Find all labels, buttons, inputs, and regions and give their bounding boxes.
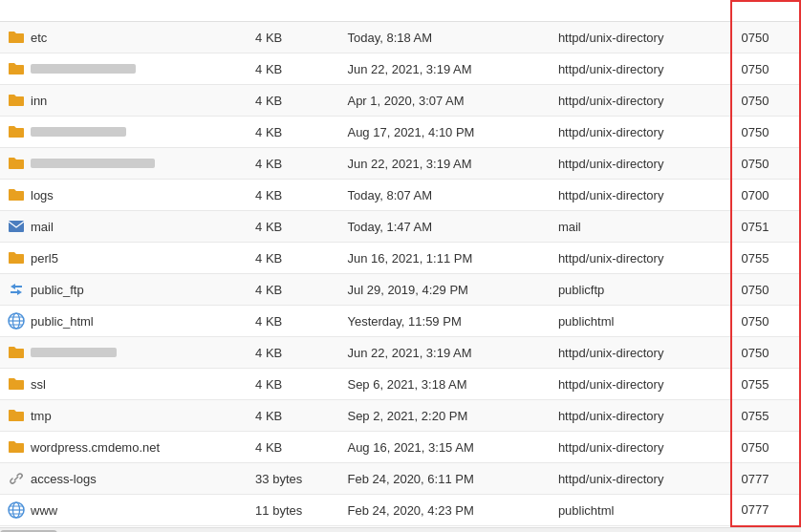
folder-icon (8, 344, 25, 361)
file-name-label: www (31, 503, 57, 518)
file-name-cell[interactable]: www (0, 495, 248, 526)
file-permissions-cell[interactable]: 0750 (731, 22, 800, 53)
file-name-label: access-logs (31, 472, 97, 486)
file-name-cell[interactable] (0, 337, 248, 369)
table-row: perl54 KBJun 16, 2021, 1:11 PMhttpd/unix… (0, 243, 800, 274)
file-modified-cell: Today, 1:47 AM (339, 211, 550, 243)
col-header-last-modified[interactable] (339, 1, 550, 22)
file-name-label: wordpress.cmdemo.net (31, 440, 160, 455)
file-name-cell[interactable]: ssl (0, 369, 248, 400)
file-type-cell: httpd/unix-directory (551, 117, 731, 148)
file-name-cell[interactable]: perl5 (0, 243, 248, 274)
file-modified-cell: Jun 22, 2021, 3:19 AM (339, 337, 550, 369)
file-permissions-cell[interactable]: 0751 (731, 211, 800, 243)
blurred-name (31, 127, 126, 137)
horizontal-scrollbar[interactable] (0, 527, 801, 533)
file-permissions-cell[interactable]: 0750 (731, 148, 800, 180)
file-size-cell: 4 KB (248, 148, 339, 180)
file-name-label: perl5 (31, 251, 58, 266)
file-size-cell: 4 KB (248, 117, 339, 148)
file-name-cell[interactable]: etc (0, 22, 248, 53)
blurred-name (31, 159, 155, 168)
table-row: www11 bytesFeb 24, 2020, 4:23 PMpublicht… (0, 495, 800, 526)
file-size-cell: 4 KB (248, 274, 339, 306)
folder-icon (8, 155, 25, 172)
file-size-cell: 33 bytes (248, 463, 339, 495)
file-name-cell[interactable]: inn (0, 85, 248, 117)
file-name-cell[interactable] (0, 117, 248, 148)
file-size-cell: 4 KB (248, 432, 339, 463)
table-row: etc4 KBToday, 8:18 AMhttpd/unix-director… (0, 22, 800, 53)
mail-icon (8, 218, 25, 235)
file-manager-table: etc4 KBToday, 8:18 AMhttpd/unix-director… (0, 0, 801, 532)
file-modified-cell: Sep 2, 2021, 2:20 PM (339, 400, 550, 432)
file-permissions-cell[interactable]: 0750 (731, 117, 800, 148)
file-name-label: etc (31, 31, 47, 45)
file-permissions-cell[interactable]: 0750 (731, 306, 800, 337)
file-permissions-cell[interactable]: 0755 (731, 243, 800, 274)
file-name-cell[interactable] (0, 53, 248, 85)
folder-icon (8, 407, 25, 424)
col-header-name[interactable] (0, 1, 248, 22)
file-permissions-cell[interactable]: 0700 (731, 180, 800, 211)
file-modified-cell: Aug 17, 2021, 4:10 PM (339, 117, 550, 148)
file-modified-cell: Jun 22, 2021, 3:19 AM (339, 148, 550, 180)
file-name-cell[interactable]: access-logs (0, 463, 248, 495)
file-type-cell: httpd/unix-directory (551, 463, 731, 495)
file-type-cell: publichtml (551, 306, 731, 337)
file-permissions-cell[interactable]: 0777 (731, 463, 800, 495)
file-name-cell[interactable]: mail (0, 211, 248, 243)
file-permissions-cell[interactable]: 0750 (731, 432, 800, 463)
file-size-cell: 11 bytes (248, 495, 339, 526)
table-row: tmp4 KBSep 2, 2021, 2:20 PMhttpd/unix-di… (0, 400, 800, 432)
file-permissions-cell[interactable]: 0755 (731, 400, 800, 432)
file-type-cell: httpd/unix-directory (551, 22, 731, 53)
transfer-icon (8, 281, 25, 298)
file-name-cell[interactable]: logs (0, 180, 248, 211)
file-type-cell: httpd/unix-directory (551, 432, 731, 463)
file-permissions-cell[interactable]: 0777 (731, 495, 800, 526)
file-size-cell: 4 KB (248, 85, 339, 117)
table-row: 4 KBJun 22, 2021, 3:19 AMhttpd/unix-dire… (0, 148, 800, 180)
col-header-size[interactable] (248, 1, 339, 22)
file-name-label: logs (31, 188, 54, 202)
folder-icon (8, 123, 25, 140)
file-permissions-cell[interactable]: 0750 (731, 337, 800, 369)
file-name-cell[interactable]: tmp (0, 400, 248, 432)
folder-icon (8, 249, 25, 266)
file-size-cell: 4 KB (248, 306, 339, 337)
file-type-cell: publichtml (551, 495, 731, 526)
file-type-cell: httpd/unix-directory (551, 148, 731, 180)
col-header-permissions[interactable] (731, 1, 800, 22)
file-permissions-cell[interactable]: 0750 (731, 53, 800, 85)
file-type-cell: httpd/unix-directory (551, 53, 731, 85)
file-modified-cell: Feb 24, 2020, 4:23 PM (339, 495, 550, 526)
file-name-cell[interactable]: public_html (0, 306, 248, 337)
file-type-cell: httpd/unix-directory (551, 243, 731, 274)
file-size-cell: 4 KB (248, 22, 339, 53)
table-row: 4 KBJun 22, 2021, 3:19 AMhttpd/unix-dire… (0, 337, 800, 369)
folder-icon (8, 186, 25, 203)
file-name-cell[interactable] (0, 148, 248, 180)
file-modified-cell: Today, 8:18 AM (339, 22, 550, 53)
table-row: 4 KBAug 17, 2021, 4:10 PMhttpd/unix-dire… (0, 117, 800, 148)
file-name-cell[interactable]: wordpress.cmdemo.net (0, 432, 248, 463)
svg-rect-0 (9, 221, 24, 232)
file-size-cell: 4 KB (248, 53, 339, 85)
file-size-cell: 4 KB (248, 400, 339, 432)
folder-icon (8, 92, 25, 109)
file-name-label: inn (31, 94, 47, 108)
file-permissions-cell[interactable]: 0750 (731, 85, 800, 117)
col-header-type[interactable] (551, 1, 731, 22)
folder-icon (8, 375, 25, 393)
file-permissions-cell[interactable]: 0755 (731, 369, 800, 400)
table-row: public_ftp4 KBJul 29, 2019, 4:29 PMpubli… (0, 274, 800, 306)
file-modified-cell: Today, 8:07 AM (339, 180, 550, 211)
blurred-name (31, 348, 117, 357)
table-row: access-logs33 bytesFeb 24, 2020, 6:11 PM… (0, 463, 800, 495)
file-size-cell: 4 KB (248, 337, 339, 369)
file-modified-cell: Jun 22, 2021, 3:19 AM (339, 53, 550, 85)
file-name-cell[interactable]: public_ftp (0, 274, 248, 306)
file-modified-cell: Jun 16, 2021, 1:11 PM (339, 243, 550, 274)
file-permissions-cell[interactable]: 0750 (731, 274, 800, 306)
